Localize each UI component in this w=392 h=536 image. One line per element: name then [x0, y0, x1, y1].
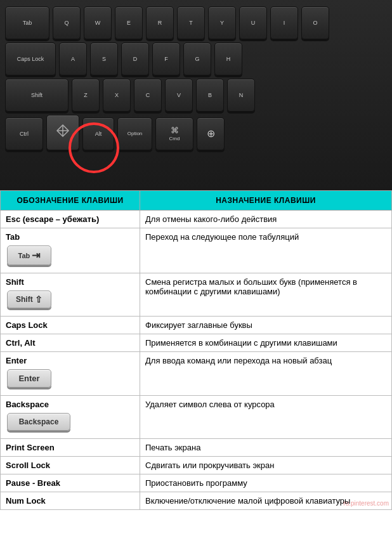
key-i[interactable]: I [270, 6, 298, 39]
key-shift-label: Shift [31, 92, 42, 99]
key-v[interactable]: V [165, 79, 193, 112]
table-row-printscreen: Print Screen Печать экрана [1, 439, 392, 457]
table-row-capslock: Caps Lock Фиксирует заглавные буквы [1, 317, 392, 334]
table-row-ctrl-alt: Ctrl, Alt Применяется в комбинации с дру… [1, 334, 392, 352]
key-globe[interactable]: ⊕ [197, 117, 225, 150]
key-row-2: Caps Lock A S D F G H [5, 42, 387, 75]
key-x[interactable]: X [103, 79, 131, 112]
table-row-shift: Shift Shift ⇧ Смена регистра малых и бол… [1, 273, 392, 317]
key-row-1: Tab Q W E R T Y U I O [5, 6, 387, 39]
key-s[interactable]: S [90, 42, 118, 75]
col-header-description: НАЗНАЧЕНИЕ КЛАВИШИ [140, 191, 392, 211]
key-r[interactable]: R [146, 6, 174, 39]
key-q[interactable]: Q [53, 6, 81, 39]
keyboard-reference-table: ОБОЗНАЧЕНИЕ КЛАВИШИ НАЗНАЧЕНИЕ КЛАВИШИ E… [0, 190, 392, 510]
key-desc-enter: Для ввода команд или перехода на новый а… [140, 352, 392, 396]
key-name-capslock: Caps Lock [1, 317, 140, 334]
key-n[interactable]: N [227, 79, 255, 112]
watermark: ru.pinterest.com [343, 500, 389, 507]
keyboard-image: Tab Q W E R T Y U I O Caps Lock A S D F … [0, 0, 392, 190]
key-desc-scrolllock: Сдвигать или прокручивать экран [140, 457, 392, 474]
key-t[interactable]: T [177, 6, 205, 39]
key-cmd[interactable]: ⌘ Cmd [155, 117, 193, 150]
key-shift-left[interactable]: Shift [5, 79, 69, 112]
table-row-scrolllock: Scroll Lock Сдвигать или прокручивать эк… [1, 457, 392, 474]
key-name-enter: Enter Enter [1, 352, 140, 396]
key-desc-printscreen: Печать экрана [140, 439, 392, 457]
key-desc-shift: Смена регистра малых и больших букв (при… [140, 273, 392, 317]
key-desc-pause: Приостановить программу [140, 474, 392, 492]
key-name-ctrl-alt: Ctrl, Alt [1, 334, 140, 352]
key-caps-lock[interactable]: Caps Lock [5, 42, 56, 75]
key-desc-tab: Переход на следующее поле табуляций [140, 228, 392, 273]
globe-icon: ⊕ [207, 127, 215, 140]
table-row-enter: Enter Enter Для ввода команд или переход… [1, 352, 392, 396]
shift-key-illustration: Shift ⇧ [7, 291, 51, 308]
key-desc-ctrl-alt: Применяется в комбинации с другими клави… [140, 334, 392, 352]
table-row-numlock: Num Lock Включение/отключение малой цифр… [1, 492, 392, 510]
key-desc-esc: Для отмены какого-либо действия [140, 211, 392, 228]
key-caps-lock-label: Caps Lock [17, 56, 44, 63]
key-h[interactable]: H [214, 42, 242, 75]
key-a[interactable]: A [59, 42, 87, 75]
key-c[interactable]: C [134, 79, 162, 112]
key-z[interactable]: Z [72, 79, 100, 112]
key-tab-label: Tab [23, 20, 32, 27]
key-desc-capslock: Фиксирует заглавные буквы [140, 317, 392, 334]
col-header-key: ОБОЗНАЧЕНИЕ КЛАВИШИ [1, 191, 140, 211]
key-name-esc: Esc (escape – убежать) [1, 211, 140, 228]
key-reference-table: ОБОЗНАЧЕНИЕ КЛАВИШИ НАЗНАЧЕНИЕ КЛАВИШИ E… [0, 190, 392, 510]
key-e[interactable]: E [115, 6, 143, 39]
key-tab[interactable]: Tab [5, 6, 49, 39]
table-row-pause: Pause - Break Приостановить программу [1, 474, 392, 492]
key-name-shift: Shift Shift ⇧ [1, 273, 140, 317]
key-name-backspace: Backspace Backspace [1, 396, 140, 439]
key-w[interactable]: W [84, 6, 112, 39]
key-name-tab: Tab Tab ⇥ [1, 228, 140, 273]
key-name-pause: Pause - Break [1, 474, 140, 492]
key-name-numlock: Num Lock [1, 492, 140, 510]
enter-key-illustration: Enter [7, 369, 51, 388]
key-name-scrolllock: Scroll Lock [1, 457, 140, 474]
table-row-backspace: Backspace Backspace Удаляет символ слева… [1, 396, 392, 439]
key-d[interactable]: D [121, 42, 149, 75]
key-o[interactable]: O [301, 6, 329, 39]
key-row-4: Ctrl Alt Option ⌘ Cmd [5, 115, 387, 150]
key-name-printscreen: Print Screen [1, 439, 140, 457]
table-row-tab: Tab Tab ⇥ Переход на следующее поле табу… [1, 228, 392, 273]
key-u[interactable]: U [239, 6, 267, 39]
key-windows[interactable] [46, 115, 79, 150]
key-ctrl[interactable]: Ctrl [5, 117, 43, 150]
key-option[interactable]: Option [117, 117, 152, 150]
key-y[interactable]: Y [208, 6, 236, 39]
key-f[interactable]: F [152, 42, 180, 75]
windows-logo-icon [55, 123, 70, 142]
key-row-3: Shift Z X C V B N [5, 79, 387, 112]
key-g[interactable]: G [183, 42, 211, 75]
backspace-key-illustration: Backspace [7, 413, 70, 431]
key-alt[interactable]: Alt [82, 117, 114, 150]
key-b[interactable]: B [196, 79, 224, 112]
key-desc-backspace: Удаляет символ слева от курсора [140, 396, 392, 439]
tab-key-illustration: Tab ⇥ [7, 245, 51, 265]
table-row-esc: Esc (escape – убежать) Для отмены какого… [1, 211, 392, 228]
